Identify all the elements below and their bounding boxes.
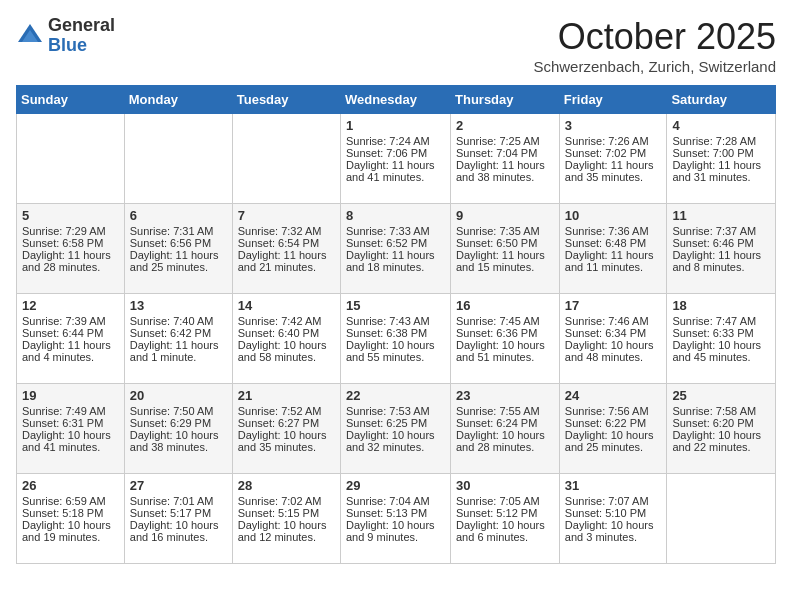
daylight-text: and 1 minute. — [130, 351, 227, 363]
sunrise-text: Sunrise: 7:05 AM — [456, 495, 554, 507]
sunrise-text: Sunrise: 6:59 AM — [22, 495, 119, 507]
col-monday: Monday — [124, 86, 232, 114]
table-row: 9Sunrise: 7:35 AMSunset: 6:50 PMDaylight… — [451, 204, 560, 294]
day-number: 26 — [22, 478, 119, 493]
table-row: 12Sunrise: 7:39 AMSunset: 6:44 PMDayligh… — [17, 294, 125, 384]
day-number: 31 — [565, 478, 662, 493]
daylight-text: Daylight: 11 hours — [672, 249, 770, 261]
daylight-text: and 28 minutes. — [456, 441, 554, 453]
daylight-text: and 12 minutes. — [238, 531, 335, 543]
logo-text: General Blue — [48, 16, 115, 56]
day-number: 13 — [130, 298, 227, 313]
sunset-text: Sunset: 6:25 PM — [346, 417, 445, 429]
table-row: 2Sunrise: 7:25 AMSunset: 7:04 PMDaylight… — [451, 114, 560, 204]
location: Schwerzenbach, Zurich, Switzerland — [533, 58, 776, 75]
day-number: 28 — [238, 478, 335, 493]
daylight-text: and 38 minutes. — [130, 441, 227, 453]
table-row: 21Sunrise: 7:52 AMSunset: 6:27 PMDayligh… — [232, 384, 340, 474]
sunset-text: Sunset: 7:02 PM — [565, 147, 662, 159]
table-row: 16Sunrise: 7:45 AMSunset: 6:36 PMDayligh… — [451, 294, 560, 384]
sunrise-text: Sunrise: 7:04 AM — [346, 495, 445, 507]
day-number: 23 — [456, 388, 554, 403]
sunrise-text: Sunrise: 7:39 AM — [22, 315, 119, 327]
table-row — [232, 114, 340, 204]
table-row: 4Sunrise: 7:28 AMSunset: 7:00 PMDaylight… — [667, 114, 776, 204]
day-number: 10 — [565, 208, 662, 223]
daylight-text: Daylight: 10 hours — [346, 519, 445, 531]
sunset-text: Sunset: 6:58 PM — [22, 237, 119, 249]
table-row: 7Sunrise: 7:32 AMSunset: 6:54 PMDaylight… — [232, 204, 340, 294]
table-row: 18Sunrise: 7:47 AMSunset: 6:33 PMDayligh… — [667, 294, 776, 384]
table-row: 26Sunrise: 6:59 AMSunset: 5:18 PMDayligh… — [17, 474, 125, 564]
daylight-text: and 48 minutes. — [565, 351, 662, 363]
sunset-text: Sunset: 6:24 PM — [456, 417, 554, 429]
daylight-text: and 31 minutes. — [672, 171, 770, 183]
sunset-text: Sunset: 6:44 PM — [22, 327, 119, 339]
sunset-text: Sunset: 5:17 PM — [130, 507, 227, 519]
daylight-text: and 51 minutes. — [456, 351, 554, 363]
day-number: 15 — [346, 298, 445, 313]
sunrise-text: Sunrise: 7:07 AM — [565, 495, 662, 507]
day-number: 4 — [672, 118, 770, 133]
daylight-text: and 4 minutes. — [22, 351, 119, 363]
daylight-text: Daylight: 11 hours — [672, 159, 770, 171]
table-row: 11Sunrise: 7:37 AMSunset: 6:46 PMDayligh… — [667, 204, 776, 294]
sunset-text: Sunset: 7:00 PM — [672, 147, 770, 159]
daylight-text: Daylight: 10 hours — [238, 429, 335, 441]
sunset-text: Sunset: 7:04 PM — [456, 147, 554, 159]
sunrise-text: Sunrise: 7:42 AM — [238, 315, 335, 327]
table-row: 13Sunrise: 7:40 AMSunset: 6:42 PMDayligh… — [124, 294, 232, 384]
sunrise-text: Sunrise: 7:29 AM — [22, 225, 119, 237]
sunset-text: Sunset: 6:56 PM — [130, 237, 227, 249]
daylight-text: and 41 minutes. — [22, 441, 119, 453]
sunset-text: Sunset: 6:54 PM — [238, 237, 335, 249]
daylight-text: Daylight: 11 hours — [22, 249, 119, 261]
sunrise-text: Sunrise: 7:52 AM — [238, 405, 335, 417]
col-tuesday: Tuesday — [232, 86, 340, 114]
daylight-text: Daylight: 11 hours — [346, 159, 445, 171]
table-row — [667, 474, 776, 564]
sunset-text: Sunset: 5:10 PM — [565, 507, 662, 519]
day-number: 18 — [672, 298, 770, 313]
day-number: 2 — [456, 118, 554, 133]
daylight-text: and 15 minutes. — [456, 261, 554, 273]
table-row — [124, 114, 232, 204]
sunset-text: Sunset: 5:12 PM — [456, 507, 554, 519]
day-number: 5 — [22, 208, 119, 223]
sunrise-text: Sunrise: 7:33 AM — [346, 225, 445, 237]
calendar-week-row: 5Sunrise: 7:29 AMSunset: 6:58 PMDaylight… — [17, 204, 776, 294]
table-row: 28Sunrise: 7:02 AMSunset: 5:15 PMDayligh… — [232, 474, 340, 564]
day-number: 12 — [22, 298, 119, 313]
daylight-text: Daylight: 10 hours — [22, 519, 119, 531]
table-row: 25Sunrise: 7:58 AMSunset: 6:20 PMDayligh… — [667, 384, 776, 474]
table-row: 29Sunrise: 7:04 AMSunset: 5:13 PMDayligh… — [340, 474, 450, 564]
daylight-text: Daylight: 11 hours — [456, 159, 554, 171]
sunset-text: Sunset: 6:33 PM — [672, 327, 770, 339]
daylight-text: Daylight: 10 hours — [130, 519, 227, 531]
month-title: October 2025 — [533, 16, 776, 58]
daylight-text: and 9 minutes. — [346, 531, 445, 543]
daylight-text: Daylight: 10 hours — [22, 429, 119, 441]
sunset-text: Sunset: 5:15 PM — [238, 507, 335, 519]
daylight-text: Daylight: 11 hours — [238, 249, 335, 261]
sunset-text: Sunset: 6:52 PM — [346, 237, 445, 249]
table-row: 23Sunrise: 7:55 AMSunset: 6:24 PMDayligh… — [451, 384, 560, 474]
daylight-text: Daylight: 10 hours — [238, 339, 335, 351]
sunset-text: Sunset: 6:22 PM — [565, 417, 662, 429]
table-row: 10Sunrise: 7:36 AMSunset: 6:48 PMDayligh… — [559, 204, 667, 294]
day-number: 22 — [346, 388, 445, 403]
sunrise-text: Sunrise: 7:53 AM — [346, 405, 445, 417]
col-thursday: Thursday — [451, 86, 560, 114]
sunset-text: Sunset: 6:40 PM — [238, 327, 335, 339]
day-number: 29 — [346, 478, 445, 493]
daylight-text: and 22 minutes. — [672, 441, 770, 453]
sunrise-text: Sunrise: 7:02 AM — [238, 495, 335, 507]
header-row: Sunday Monday Tuesday Wednesday Thursday… — [17, 86, 776, 114]
sunset-text: Sunset: 6:31 PM — [22, 417, 119, 429]
calendar-table: Sunday Monday Tuesday Wednesday Thursday… — [16, 85, 776, 564]
col-sunday: Sunday — [17, 86, 125, 114]
daylight-text: and 58 minutes. — [238, 351, 335, 363]
daylight-text: and 45 minutes. — [672, 351, 770, 363]
daylight-text: and 35 minutes. — [565, 171, 662, 183]
logo-icon — [16, 22, 44, 50]
